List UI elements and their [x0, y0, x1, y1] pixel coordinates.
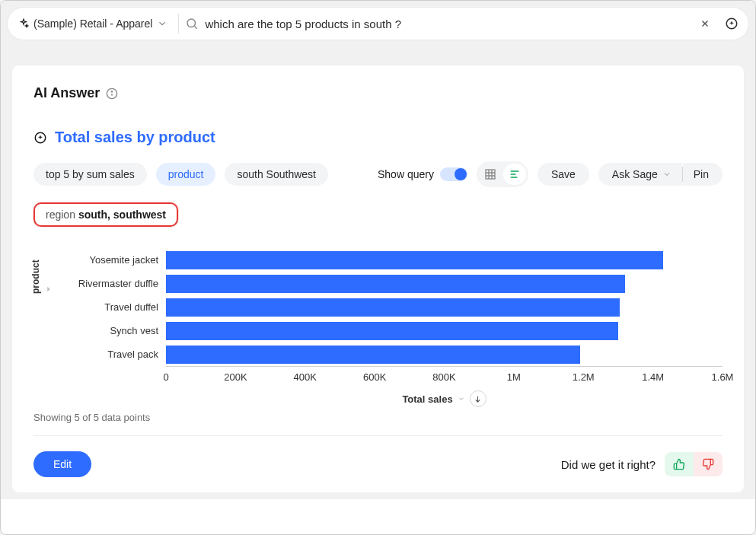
- thumbs-up-button[interactable]: [665, 452, 694, 476]
- plot-area: 0200K400K600K800K1M1.2M1.4M1.6M Total sa…: [166, 248, 723, 407]
- chart-view-button[interactable]: [503, 164, 526, 185]
- y-axis-title: product: [30, 260, 41, 294]
- save-button[interactable]: Save: [537, 163, 589, 186]
- feedback: Did we get it right?: [561, 452, 723, 476]
- y-tick-label: Travel duffel: [52, 295, 166, 319]
- y-tick-label: Rivermaster duffle: [52, 272, 166, 295]
- answer-card: AI Answer Total sales by product top 5 b…: [11, 65, 745, 493]
- y-tick-label: Yosemite jacket: [52, 248, 166, 272]
- x-axis: 0200K400K600K800K1M1.2M1.4M1.6M: [166, 366, 723, 386]
- toggle-switch[interactable]: [440, 167, 467, 181]
- ask-sage-pin-group: Ask Sage Pin: [598, 163, 723, 186]
- sparkle-icon: [18, 18, 29, 29]
- filter-chip-label: region: [46, 209, 75, 221]
- x-tick-label: 600K: [363, 371, 386, 383]
- x-tick-label: 1.6M: [712, 371, 734, 383]
- bar[interactable]: [166, 322, 618, 340]
- y-axis-labels: Yosemite jacketRivermaster duffleTravel …: [52, 248, 166, 407]
- x-tick-label: 800K: [432, 371, 455, 383]
- x-axis-title: Total sales: [166, 390, 723, 407]
- pin-button[interactable]: Pin: [683, 163, 723, 186]
- ai-answer-title: AI Answer: [33, 85, 100, 101]
- x-tick-label: 400K: [294, 371, 317, 383]
- bar[interactable]: [166, 298, 620, 317]
- controls-row: top 5 by sum salesproductsouth Southwest…: [33, 161, 723, 187]
- show-query-toggle: Show query: [378, 167, 467, 181]
- feedback-label: Did we get it right?: [561, 458, 656, 471]
- chart: product Yosemite jacketRivermaster duffl…: [33, 248, 723, 407]
- search-icon: [185, 17, 199, 30]
- content: AI Answer Total sales by product top 5 b…: [1, 46, 755, 499]
- bar[interactable]: [166, 346, 580, 364]
- y-tick-label: Synch vest: [52, 319, 166, 342]
- footer-row: Edit Did we get it right?: [33, 435, 723, 477]
- edit-button[interactable]: Edit: [33, 451, 91, 477]
- datapoints-text: Showing 5 of 5 data points: [33, 412, 723, 423]
- answer-title-row: Total sales by product: [33, 129, 723, 146]
- search-bar: (Sample) Retail - Apparel: [7, 7, 749, 40]
- view-switch: [477, 161, 528, 187]
- svg-line-1: [195, 26, 197, 28]
- thumbs-down-button[interactable]: [694, 452, 723, 476]
- topbar: (Sample) Retail - Apparel: [1, 1, 755, 46]
- bar[interactable]: [166, 275, 625, 293]
- sort-button[interactable]: [470, 390, 486, 407]
- bar[interactable]: [166, 251, 663, 269]
- sage-trigger[interactable]: [721, 13, 742, 34]
- divider: [178, 14, 179, 33]
- chevron-down-icon[interactable]: [458, 395, 465, 403]
- filter-chip-value: south, southwest: [78, 209, 166, 221]
- y-tick-label: Travel pack: [52, 342, 166, 366]
- x-tick-label: 1M: [507, 371, 521, 383]
- region-filter-chip[interactable]: region south, southwest: [33, 202, 178, 227]
- x-tick-label: 200K: [224, 371, 247, 383]
- svg-rect-9: [486, 170, 495, 179]
- chevron-down-icon: [157, 18, 167, 29]
- search-input[interactable]: [205, 18, 689, 30]
- ask-sage-button[interactable]: Ask Sage: [598, 163, 682, 186]
- filter-pill[interactable]: top 5 by sum sales: [33, 163, 147, 186]
- app-window: (Sample) Retail - Apparel AI Answer: [0, 0, 756, 535]
- yaxis-expand-icon[interactable]: [44, 285, 53, 294]
- show-query-label: Show query: [378, 168, 434, 180]
- x-tick-label: 0: [163, 371, 168, 383]
- filter-pill[interactable]: south Southwest: [225, 163, 328, 186]
- sparkle-icon: [33, 131, 47, 145]
- filter-pills: top 5 by sum salesproductsouth Southwest: [33, 163, 328, 186]
- answer-title[interactable]: Total sales by product: [55, 129, 215, 146]
- info-icon[interactable]: [106, 88, 118, 100]
- source-label: (Sample) Retail - Apparel: [33, 18, 152, 30]
- x-tick-label: 1.4M: [642, 371, 664, 383]
- ai-answer-header: AI Answer: [33, 85, 723, 101]
- filter-pill[interactable]: product: [156, 163, 216, 186]
- source-picker[interactable]: (Sample) Retail - Apparel: [14, 14, 172, 33]
- svg-point-0: [187, 19, 196, 27]
- svg-marker-17: [47, 287, 49, 292]
- x-tick-label: 1.2M: [573, 371, 595, 383]
- clear-search-button[interactable]: [695, 14, 715, 33]
- svg-point-7: [112, 91, 113, 91]
- table-view-button[interactable]: [479, 164, 502, 185]
